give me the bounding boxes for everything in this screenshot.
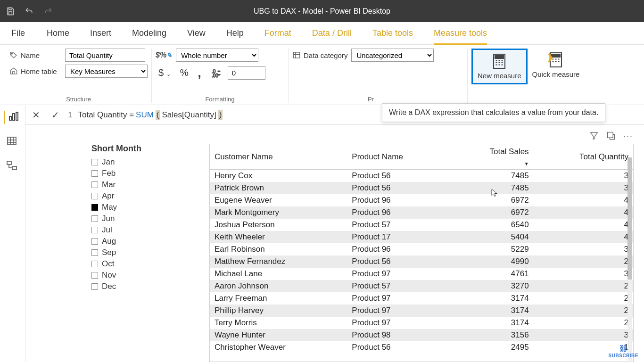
table-row[interactable]: Phillip HarveyProduct 9731742: [210, 304, 633, 317]
decimal-button[interactable]: .0.00: [208, 67, 224, 79]
measure-name-input[interactable]: [65, 49, 145, 62]
data-view-icon[interactable]: [6, 135, 19, 148]
svg-point-2: [11, 53, 12, 54]
slicer-item[interactable]: Dec: [91, 281, 186, 292]
table-row[interactable]: Mark MontgomeryProduct 9669724: [210, 206, 633, 219]
table-row[interactable]: Earl RobinsonProduct 9652293: [210, 243, 633, 255]
table-cell: 2: [534, 317, 633, 329]
checkbox-icon[interactable]: [91, 181, 98, 188]
checkbox-icon[interactable]: [91, 204, 98, 211]
checkbox-icon[interactable]: [91, 215, 98, 222]
table-cell: 6972: [451, 206, 534, 219]
table-row[interactable]: Matthew FernandezProduct 5649902: [210, 255, 633, 268]
tab-view[interactable]: View: [177, 22, 216, 45]
cancel-formula-icon[interactable]: ✕: [29, 108, 43, 122]
tab-modeling[interactable]: Modeling: [122, 22, 177, 45]
checkbox-icon[interactable]: [91, 261, 98, 267]
table-row[interactable]: Keith WheelerProduct 1754044: [210, 231, 633, 243]
filter-icon[interactable]: [589, 131, 599, 141]
table-cell: Joshua Peterson: [210, 219, 347, 231]
more-icon[interactable]: ···: [623, 131, 633, 141]
formula-editor[interactable]: 1 Total Quantity = SUM( Sales[Quantity] …: [68, 110, 223, 120]
table-scrollbar[interactable]: [627, 157, 632, 361]
slicer-item[interactable]: Feb: [91, 168, 186, 179]
tab-measuretools[interactable]: Measure tools: [423, 22, 497, 45]
tab-file[interactable]: File: [0, 22, 36, 45]
slicer-item-label: Jun: [102, 214, 115, 223]
table-row[interactable]: Aaron JohnsonProduct 5732702: [210, 280, 633, 292]
table-visual[interactable]: ··· Customer Name Product Name Total Sal…: [209, 144, 634, 362]
ribbon: Name Home table Key Measures Structure $…: [0, 45, 644, 105]
slicer-item[interactable]: May: [91, 202, 186, 213]
table-row[interactable]: Henry CoxProduct 5674853: [210, 170, 633, 182]
svg-rect-11: [13, 114, 15, 120]
checkbox-icon[interactable]: [91, 249, 98, 256]
checkbox-icon[interactable]: [91, 193, 98, 199]
hometable-select[interactable]: Key Measures: [65, 65, 148, 78]
table-cell: 6972: [451, 194, 534, 206]
col-totalqty[interactable]: Total Quantity: [534, 144, 633, 170]
table-cell: Product 56: [347, 170, 450, 182]
focus-icon[interactable]: [606, 131, 616, 141]
tab-help[interactable]: Help: [216, 22, 254, 45]
table-row[interactable]: Michael LaneProduct 9747613: [210, 268, 633, 280]
table-cell: 3: [534, 268, 633, 280]
col-customer[interactable]: Customer Name: [210, 144, 347, 170]
slicer-item[interactable]: Nov: [91, 270, 186, 281]
checkbox-icon[interactable]: [91, 170, 98, 177]
table-cell: Product 98: [347, 329, 450, 341]
tab-insert[interactable]: Insert: [80, 22, 122, 45]
checkbox-icon[interactable]: [91, 283, 98, 290]
commit-formula-icon[interactable]: ✓: [49, 108, 62, 122]
quick-measure-button[interactable]: Quick measure: [528, 49, 585, 82]
slicer-item[interactable]: Mar: [91, 179, 186, 190]
table-cell: 2495: [451, 341, 534, 354]
save-icon[interactable]: [6, 7, 15, 16]
table-row[interactable]: Christopher WeaverProduct 5624951: [210, 341, 633, 354]
slicer-item[interactable]: Jul: [91, 224, 186, 236]
table-row[interactable]: Wayne HunterProduct 9831563: [210, 329, 633, 341]
slicer-item[interactable]: Aug: [91, 236, 186, 247]
table-cell: Earl Robinson: [210, 243, 347, 255]
decimals-input[interactable]: [228, 66, 265, 80]
tab-tabletools[interactable]: Table tools: [362, 22, 423, 45]
table-cell: Product 17: [347, 231, 450, 243]
slicer-item[interactable]: Jun: [91, 213, 186, 224]
undo-icon[interactable]: [25, 7, 34, 16]
tab-format[interactable]: Format: [254, 22, 302, 45]
col-totalsales[interactable]: Total Sales▼: [451, 144, 534, 170]
new-measure-button[interactable]: New measure: [471, 49, 528, 84]
slicer-item[interactable]: Sep: [91, 247, 186, 258]
report-view-icon[interactable]: [4, 111, 17, 124]
comma-button[interactable]: ,: [195, 65, 204, 81]
table-row[interactable]: Terry MorrisProduct 9731742: [210, 317, 633, 329]
table-row[interactable]: Patrick BrownProduct 5674853: [210, 182, 633, 194]
model-view-icon[interactable]: [6, 160, 19, 173]
datacategory-select[interactable]: Uncategorized: [351, 49, 434, 62]
tab-home[interactable]: Home: [36, 22, 80, 45]
col-product[interactable]: Product Name: [347, 144, 450, 170]
percent-button[interactable]: %: [177, 66, 191, 79]
slicer-item-label: May: [102, 203, 117, 212]
format-select[interactable]: Whole number: [176, 49, 258, 62]
slicer-item[interactable]: Oct: [91, 258, 186, 270]
table-cell: Henry Cox: [210, 170, 347, 182]
left-rail: [0, 105, 25, 362]
table-row[interactable]: Eugene WeaverProduct 9669724: [210, 194, 633, 206]
table-cell: 3: [534, 243, 633, 255]
checkbox-icon[interactable]: [91, 227, 98, 233]
checkbox-icon[interactable]: [91, 272, 98, 279]
month-slicer[interactable]: Short Month JanFebMarAprMayJunJulAugSepO…: [91, 144, 186, 362]
table-row[interactable]: Joshua PetersonProduct 5765404: [210, 219, 633, 231]
slicer-item[interactable]: Apr: [91, 190, 186, 202]
redo-icon[interactable]: [43, 7, 53, 16]
checkbox-icon[interactable]: [91, 159, 98, 165]
slicer-item[interactable]: Jan: [91, 156, 186, 168]
currency-button[interactable]: $ ⌄: [156, 66, 173, 79]
svg-rect-12: [16, 112, 18, 120]
checkbox-icon[interactable]: [91, 238, 98, 245]
table-row[interactable]: Larry FreemanProduct 9731742: [210, 292, 633, 304]
report-canvas: Short Month JanFebMarAprMayJunJulAugSepO…: [25, 125, 644, 362]
tab-datadrill[interactable]: Data / Drill: [302, 22, 362, 45]
table-cell: 2: [534, 280, 633, 292]
